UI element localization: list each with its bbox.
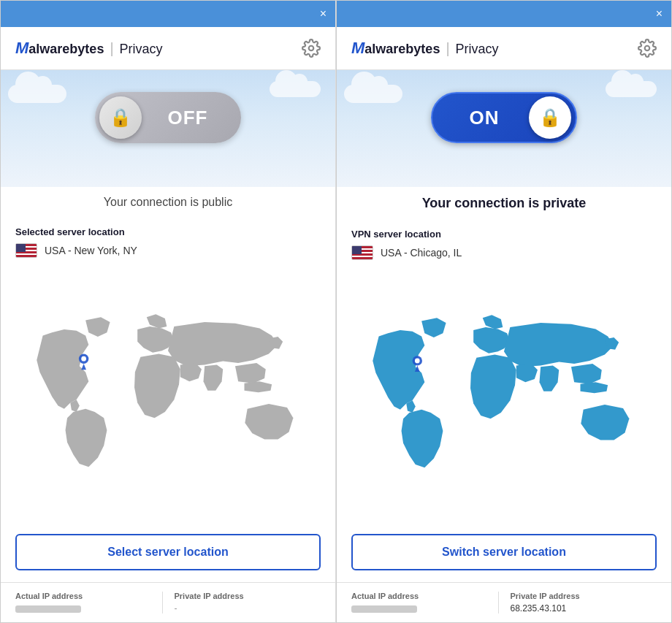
- left-header: M alwarebytes | Privacy: [1, 27, 335, 70]
- right-map: [351, 269, 657, 527]
- left-actual-ip-label: Actual IP address: [15, 592, 162, 600]
- left-select-server-button[interactable]: Select server location: [15, 534, 321, 570]
- left-private-ip-label: Private IP address: [175, 592, 321, 600]
- left-actual-ip-item: Actual IP address: [15, 592, 162, 614]
- logo-m-icon: M: [15, 39, 28, 58]
- left-logo: M alwarebytes | Privacy: [15, 39, 163, 58]
- right-actual-ip-label: Actual IP address: [351, 592, 498, 600]
- svg-point-2: [81, 356, 86, 362]
- svg-point-0: [309, 46, 314, 51]
- svg-point-5: [415, 359, 420, 364]
- svg-point-3: [645, 46, 650, 51]
- left-toggle-knob: 🔒: [99, 96, 142, 139]
- left-location-text: USA - New York, NY: [45, 245, 137, 256]
- logo-divider: |: [110, 40, 113, 57]
- right-lock-icon: 🔒: [539, 107, 561, 128]
- right-location-text: USA - Chicago, IL: [381, 247, 462, 259]
- right-header: M alwarebytes | Privacy: [337, 27, 671, 70]
- right-connection-status: Your connection is private: [337, 187, 671, 217]
- left-close-button[interactable]: ×: [320, 8, 327, 20]
- right-main-content: VPN server location USA - Chicago, IL: [337, 217, 671, 582]
- left-private-ip-item: Private IP address -: [162, 592, 321, 614]
- right-panel: × M alwarebytes | Privacy ON 🔒 Your conn…: [336, 0, 672, 623]
- right-private-ip-label: Private IP address: [511, 592, 657, 600]
- left-footer: Actual IP address Private IP address -: [1, 582, 335, 622]
- left-private-ip-value: -: [175, 603, 321, 614]
- right-toggle-label: ON: [440, 107, 529, 129]
- right-private-ip-item: Private IP address 68.235.43.101: [498, 592, 657, 614]
- right-server-location: USA - Chicago, IL: [351, 245, 657, 260]
- right-switch-server-button[interactable]: Switch server location: [351, 534, 657, 570]
- right-close-button[interactable]: ×: [656, 8, 663, 20]
- left-cloud-area: 🔒 OFF: [1, 70, 335, 187]
- left-map-svg: [15, 311, 321, 482]
- left-map: [15, 267, 321, 527]
- left-gear-icon[interactable]: [302, 39, 321, 58]
- left-panel: × M alwarebytes | Privacy 🔒 OFF Your con…: [0, 0, 336, 623]
- left-main-content: Selected server location USA - New York,…: [1, 215, 335, 582]
- right-logo-product-text: Privacy: [456, 42, 499, 57]
- left-connection-status: Your connection is public: [1, 187, 335, 215]
- right-logo: M alwarebytes | Privacy: [351, 39, 499, 58]
- right-actual-ip-item: Actual IP address: [351, 592, 498, 614]
- left-cloud-2: [270, 81, 321, 97]
- left-toggle-label: OFF: [142, 107, 234, 129]
- right-logo-divider: |: [446, 40, 449, 57]
- left-server-label: Selected server location: [15, 226, 321, 237]
- right-title-bar: ×: [337, 1, 671, 27]
- logo-brand-text: alwarebytes: [28, 42, 104, 57]
- right-toggle-knob: 🔒: [529, 96, 571, 139]
- logo-product-text: Privacy: [120, 42, 163, 57]
- left-title-bar: ×: [1, 1, 335, 27]
- right-map-svg: [351, 312, 657, 483]
- right-actual-ip-value: [351, 605, 417, 613]
- right-private-ip-value: 68.235.43.101: [511, 603, 657, 614]
- left-flag: [15, 243, 37, 258]
- right-status-text: Your connection is private: [422, 196, 587, 210]
- left-lock-icon: 🔒: [110, 107, 131, 128]
- left-server-location: USA - New York, NY: [15, 243, 321, 258]
- right-gear-icon[interactable]: [638, 39, 657, 58]
- left-toggle[interactable]: 🔒 OFF: [95, 92, 241, 143]
- right-cloud-area: ON 🔒: [337, 70, 671, 187]
- right-cloud-2: [606, 81, 657, 97]
- right-logo-m-icon: M: [351, 39, 364, 58]
- right-server-label: VPN server location: [351, 229, 657, 240]
- left-status-text: Your connection is public: [104, 196, 232, 208]
- right-flag: [351, 245, 373, 260]
- right-footer: Actual IP address Private IP address 68.…: [337, 582, 671, 622]
- left-cloud-1: [8, 85, 66, 103]
- right-cloud-1: [344, 85, 402, 103]
- right-logo-brand-text: alwarebytes: [364, 42, 440, 57]
- right-toggle[interactable]: ON 🔒: [431, 92, 577, 143]
- left-actual-ip-value: [15, 605, 81, 613]
